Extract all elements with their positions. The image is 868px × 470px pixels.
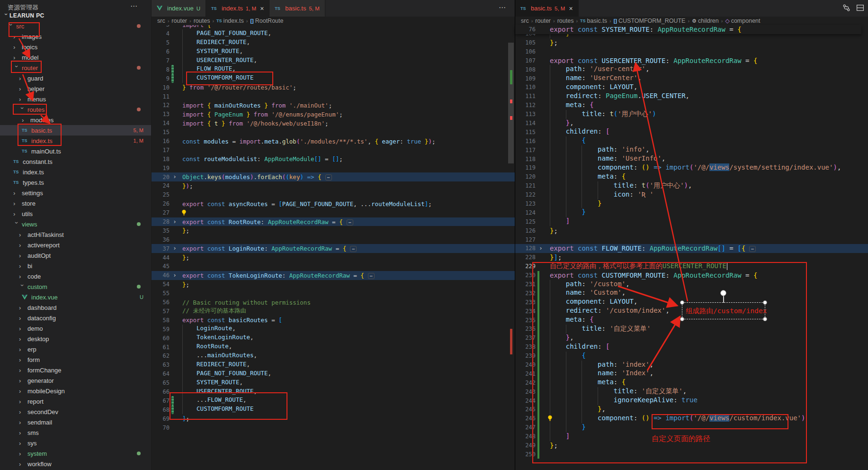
code-line-118[interactable]: 118name: 'UserInfo', — [515, 154, 868, 163]
sidebar-item-dataconfig[interactable]: ›dataconfig — [0, 313, 151, 323]
folded-code-ellipsis[interactable]: ⋯ — [350, 246, 357, 252]
sidebar-item-desktop[interactable]: ›desktop — [0, 334, 151, 344]
sidebar-item-router[interactable]: ›router — [0, 63, 151, 73]
code-line-111[interactable]: 111redirect: PageEnum.USER_CENTER, — [515, 92, 868, 101]
breadcrumb-item-basic.ts[interactable]: TSbasic.ts — [580, 18, 607, 24]
code-line-230[interactable]: 230export const CUSTOMFORM_ROUTE: AppRou… — [515, 271, 868, 280]
tab-index.vue[interactable]: index.vueU — [152, 0, 206, 17]
code-line-236[interactable]: 236title: '自定义菜单' — [515, 325, 868, 334]
breadcrumb-item-src[interactable]: src — [157, 18, 165, 24]
resize-handle[interactable] — [763, 317, 767, 321]
sidebar-item-constant.ts[interactable]: TSconstant.ts — [0, 156, 151, 167]
sidebar-item-erp[interactable]: ›erp — [0, 344, 151, 354]
code-line-244[interactable]: 244ignoreKeepAlive: true — [515, 396, 868, 405]
folded-code-ellipsis[interactable]: ⋯ — [368, 273, 375, 279]
code-line-106[interactable]: 106 — [515, 47, 868, 56]
lightbulb-icon[interactable] — [181, 209, 188, 216]
code-line-66[interactable]: 66USERCENTER_ROUTE, — [152, 388, 515, 397]
resize-handle[interactable] — [680, 300, 684, 305]
sidebar-item-activereport[interactable]: ›activereport — [0, 240, 151, 250]
tab-basic.ts[interactable]: TSbasic.ts5, M× — [515, 0, 579, 17]
sidebar-item-code[interactable]: ›code — [0, 271, 151, 281]
resize-handle[interactable] — [680, 317, 684, 321]
breadcrumb-item-router[interactable]: router — [171, 18, 187, 24]
fold-chevron-icon[interactable]: › — [539, 244, 543, 252]
close-icon[interactable]: × — [260, 5, 264, 12]
code-line-35[interactable]: 35}; — [152, 226, 515, 235]
code-line-240[interactable]: 240path: 'index', — [515, 361, 868, 370]
code-line-121[interactable]: 121title: t('用户中心'), — [515, 181, 868, 190]
code-line-110[interactable]: 110component: LAYOUT, — [515, 83, 868, 92]
code-line-64[interactable]: 64PAGE_NOT_FOUND_ROUTE, — [152, 370, 515, 379]
sidebar-item-types.ts[interactable]: TStypes.ts — [0, 177, 151, 188]
sidebar-item-sms[interactable]: ›sms — [0, 427, 151, 438]
code-line-229[interactable]: 229自己定义的路由，格式可以参考上面的USERCENTER_ROUTE — [515, 262, 868, 271]
sidebar-item-helper[interactable]: ›helper — [0, 83, 151, 94]
code-line-15[interactable]: 15 — [152, 128, 515, 137]
code-line-11[interactable]: 11 — [152, 92, 515, 101]
sidebar-item-store[interactable]: ›store — [0, 198, 151, 208]
code-line-127[interactable]: 127 — [515, 235, 868, 244]
code-line-58[interactable]: 58export const basicRoutes = [ — [152, 316, 515, 325]
sidebar-item-basic.ts[interactable]: TSbasic.ts5, M — [0, 125, 151, 136]
fold-chevron-icon[interactable]: › — [173, 218, 177, 225]
code-line-113[interactable]: 113title: t('用户中心') — [515, 110, 868, 119]
sidebar-item-logics[interactable]: ›logics — [0, 42, 151, 52]
breadcrumb-item-router[interactable]: router — [535, 18, 551, 24]
code-line-119[interactable]: 119component: () => import('/@/views/sys… — [515, 163, 868, 172]
code-line-5[interactable]: 5REDIRECT_ROUTE, — [152, 38, 515, 47]
code-line-115[interactable]: 115children: [ — [515, 127, 868, 136]
sidebar-item-index.ts[interactable]: TSindex.ts — [0, 167, 151, 177]
code-line-125[interactable]: 125] — [515, 217, 868, 226]
sidebar-item-sendmail[interactable]: ›sendmail — [0, 417, 151, 427]
sidebar-item-index.vue[interactable]: index.vueU — [0, 292, 151, 302]
code-line-114[interactable]: 114}, — [515, 119, 868, 128]
code-line-62[interactable]: 62...mainOutRoutes, — [152, 352, 515, 361]
code-line-20[interactable]: 20›Object.keys(modules).forEach((key) =>… — [152, 172, 515, 181]
code-line-61[interactable]: 61RootRoute, — [152, 343, 515, 352]
code-line-104[interactable]: 104} — [515, 34, 868, 38]
code-line-247[interactable]: 247} — [515, 423, 868, 432]
code-line-250[interactable]: 250 — [515, 450, 868, 459]
code-line-3[interactable]: 3import { — [152, 25, 515, 29]
code-line-56[interactable]: 56// Basic routing without permissions — [152, 298, 515, 307]
code-line-27[interactable]: 27 — [152, 208, 515, 217]
code-line-4[interactable]: 4PAGE_NOT_FOUND_ROUTE, — [152, 29, 515, 38]
breadcrumb-item-children[interactable]: ⚙children — [692, 18, 719, 24]
code-line-6[interactable]: 6SYSTEM_ROUTE, — [152, 47, 515, 56]
breadcrumb-item-CUSTOMFORM_ROUTE[interactable]: []CUSTOMFORM_ROUTE — [614, 18, 686, 24]
code-line-243[interactable]: 243title: '自定义菜单', — [515, 387, 868, 396]
code-line-117[interactable]: 117path: 'info', — [515, 145, 868, 154]
code-line-239[interactable]: 239{ — [515, 352, 868, 361]
sidebar-item-settings[interactable]: ›settings — [0, 188, 151, 198]
sidebar-item-model[interactable]: ›model — [0, 52, 151, 63]
sidebar-item-routes[interactable]: ›routes — [0, 104, 151, 115]
code-line-237[interactable]: 237}, — [515, 334, 868, 343]
code-line-128[interactable]: 128›export const FLOW_ROUTE: AppRouteRec… — [515, 244, 868, 253]
sidebar-item-generator[interactable]: ›generator — [0, 375, 151, 386]
sidebar-item-dashboard[interactable]: ›dashboard — [0, 302, 151, 313]
code-line-228[interactable]: 228}]; — [515, 253, 868, 262]
code-line-59[interactable]: 59LoginRoute, — [152, 325, 515, 334]
annotation-textbox[interactable]: 组成路由/custom/index — [682, 302, 765, 319]
code-editor-index-ts[interactable]: 3import {4PAGE_NOT_FOUND_ROUTE,5REDIRECT… — [152, 25, 515, 470]
code-line-108[interactable]: 108path: '/user-center', — [515, 65, 868, 74]
sidebar-item-workflow[interactable]: ›workflow — [0, 459, 151, 469]
sidebar-item-demo[interactable]: ›demo — [0, 323, 151, 334]
code-line-123[interactable]: 123} — [515, 199, 868, 208]
code-line-105[interactable]: 105}; — [515, 38, 868, 47]
code-line-44[interactable]: 44}; — [152, 253, 515, 262]
code-line-67[interactable]: 67...FLOW_ROUTE, — [152, 396, 515, 405]
breadcrumb-item-index.ts[interactable]: TSindex.ts — [216, 18, 244, 24]
code-line-55[interactable]: 55 — [152, 289, 515, 298]
code-line-14[interactable]: 14import { t } from '/@/hooks/web/useI18… — [152, 119, 515, 128]
code-line-60[interactable]: 60TokenLoginRoute, — [152, 334, 515, 343]
code-line-8[interactable]: 8FLOW_ROUTE, — [152, 65, 515, 74]
code-line-12[interactable]: 12import { mainOutRoutes } from './mainO… — [152, 101, 515, 110]
code-line-70[interactable]: 70 — [152, 423, 515, 432]
code-line-246[interactable]: 246component: () => import('/@/views/cus… — [515, 414, 868, 423]
breadcrumb-item-routes[interactable]: routes — [194, 18, 210, 24]
code-line-116[interactable]: 116{ — [515, 136, 868, 145]
breadcrumb-item-src[interactable]: src — [521, 18, 529, 24]
sidebar-item-report[interactable]: ›report — [0, 396, 151, 407]
